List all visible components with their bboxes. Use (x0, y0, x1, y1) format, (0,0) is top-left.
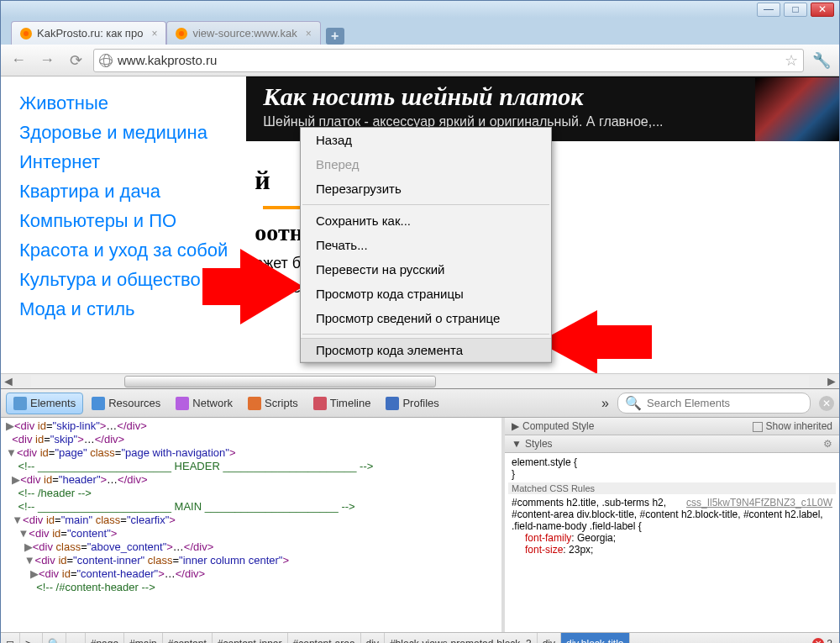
sidebar-link[interactable]: Здоровье и медицина (19, 122, 228, 144)
forward-button[interactable]: → (36, 50, 58, 71)
error-indicator[interactable]: ✕ 2 (812, 638, 832, 644)
ctx-view-source[interactable]: Просмотр кода страницы (301, 282, 551, 306)
crumb-item[interactable]: #content-area (288, 633, 361, 643)
browser-tab[interactable]: view-source:www.kak × (166, 21, 320, 45)
ctx-save-as[interactable]: Сохранить как... (301, 208, 551, 233)
crumb-item[interactable]: #content (163, 633, 213, 643)
gear-icon[interactable]: ⚙ (823, 438, 832, 450)
devtools-breadcrumb: ◻ >_ 🔍 ... #page #main #content #content… (1, 632, 839, 643)
category-sidebar: Животные Здоровье и медицина Интернет Кв… (1, 76, 246, 373)
ctx-forward: Вперед (301, 152, 551, 177)
sidebar-link[interactable]: Интернет (19, 151, 228, 173)
hero-title: Как носить шейный платок (263, 82, 822, 111)
ctx-back[interactable]: Назад (301, 128, 551, 152)
tab-title: KakProsto.ru: как про (37, 27, 143, 40)
profiles-icon (386, 397, 399, 410)
window-maximize-button[interactable]: □ (784, 3, 807, 17)
tab-close-icon[interactable]: × (306, 28, 312, 40)
devtools-tab-timeline[interactable]: Timeline (307, 393, 378, 414)
browser-window: — □ ✕ KakProsto.ru: как про × view-sourc… (0, 0, 840, 643)
crumb-item[interactable]: #content-inner (213, 633, 288, 643)
resources-icon (92, 397, 105, 410)
hero-image (755, 77, 839, 141)
elements-icon (13, 397, 27, 410)
window-minimize-button[interactable]: — (757, 3, 780, 17)
scroll-thumb[interactable] (124, 376, 435, 387)
devtools-styles-pane: ▶Computed Style Show inherited ▼Styles ⚙… (505, 418, 839, 632)
crumb-more[interactable]: ... (66, 633, 86, 643)
scroll-left-icon[interactable]: ◄ (1, 374, 16, 389)
sidebar-link[interactable]: Животные (19, 92, 228, 114)
favicon-icon (20, 28, 32, 40)
sidebar-link[interactable]: Красота и уход за собой (19, 240, 228, 261)
timeline-icon (313, 397, 327, 410)
browser-toolbar: ← → ⟳ www.kakprosto.ru ☆ 🔧 (1, 45, 839, 76)
ctx-translate[interactable]: Перевести на русский (301, 257, 551, 282)
context-menu: Назад Вперед Перезагрузить Сохранить как… (300, 127, 552, 363)
reload-button[interactable]: ⟳ (65, 50, 87, 71)
devtools-tab-resources[interactable]: Resources (85, 393, 167, 414)
devtools-panel: Elements Resources Network Scripts Timel… (1, 388, 839, 632)
sidebar-link[interactable]: Компьютеры и ПО (19, 210, 228, 232)
tab-strip: KakProsto.ru: как про × view-source:www.… (1, 18, 839, 45)
devtools-tab-network[interactable]: Network (169, 393, 239, 414)
devtools-dom-tree[interactable]: ▶<div id="skip-link">…</div> <div id="sk… (1, 418, 505, 632)
computed-style-header[interactable]: ▶Computed Style Show inherited (505, 418, 839, 435)
wrench-menu-button[interactable]: 🔧 (811, 50, 832, 71)
devtools-tab-scripts[interactable]: Scripts (241, 393, 305, 414)
globe-icon (99, 54, 113, 67)
ctx-view-info[interactable]: Просмотр сведений о странице (301, 306, 551, 330)
page-viewport: Животные Здоровье и медицина Интернет Кв… (1, 76, 839, 373)
ctx-print[interactable]: Печать... (301, 233, 551, 257)
css-source-link[interactable]: css_Il5kwT9N4FfZBNZ3_c1L0W (686, 497, 832, 509)
new-tab-button[interactable]: + (326, 28, 344, 45)
dock-button[interactable]: ◻ (1, 633, 20, 643)
horizontal-scrollbar[interactable]: ◄ ► (1, 373, 839, 388)
devtools-tab-elements[interactable]: Elements (6, 393, 83, 414)
address-bar[interactable]: www.kakprosto.ru ☆ (93, 49, 804, 72)
url-text: www.kakprosto.ru (118, 53, 780, 67)
devtools-tabbar: Elements Resources Network Scripts Timel… (1, 389, 839, 418)
scripts-icon (248, 397, 261, 410)
window-titlebar: — □ ✕ (1, 1, 839, 18)
styles-content[interactable]: element.style { } Matched CSS Rules css_… (505, 453, 839, 559)
search-toggle-button[interactable]: 🔍 (43, 633, 66, 643)
devtools-overflow-button[interactable]: » (601, 396, 609, 411)
ctx-reload[interactable]: Перезагрузить (301, 177, 551, 201)
sidebar-link[interactable]: Квартира и дача (19, 181, 228, 203)
ctx-separator (302, 334, 549, 335)
crumb-item[interactable]: div (361, 633, 385, 643)
bookmark-star-icon[interactable]: ☆ (785, 51, 798, 70)
crumb-item[interactable]: #block-views-promoted-block_3 (385, 633, 538, 643)
show-inherited-checkbox[interactable] (753, 422, 763, 432)
devtools-search[interactable]: 🔍 (617, 393, 811, 414)
console-toggle-button[interactable]: >_ (20, 633, 43, 643)
crumb-item[interactable]: #page (86, 633, 124, 643)
tab-close-icon[interactable]: × (151, 28, 157, 40)
crumb-item[interactable]: div (538, 633, 561, 643)
crumb-item-selected[interactable]: div.block-title (561, 633, 629, 643)
scroll-track[interactable] (31, 376, 809, 387)
favicon-icon (176, 28, 187, 40)
tab-title: view-source:www.kak (192, 27, 297, 40)
network-icon (176, 397, 189, 410)
sidebar-link[interactable]: Культура и общество (19, 269, 228, 291)
window-close-button[interactable]: ✕ (811, 3, 834, 17)
browser-tab-active[interactable]: KakProsto.ru: как про × (11, 21, 166, 45)
devtools-tab-profiles[interactable]: Profiles (379, 393, 445, 414)
ctx-separator (302, 204, 549, 205)
devtools-search-input[interactable] (647, 397, 790, 409)
back-button[interactable]: ← (8, 50, 29, 71)
scroll-right-icon[interactable]: ► (824, 374, 839, 389)
sidebar-link[interactable]: Мода и стиль (19, 298, 228, 320)
search-icon: 🔍 (625, 395, 642, 411)
devtools-close-button[interactable]: ✕ (819, 396, 834, 411)
ctx-inspect-element[interactable]: Просмотр кода элемента (301, 338, 551, 362)
error-icon: ✕ (812, 638, 824, 644)
styles-header[interactable]: ▼Styles ⚙ (505, 435, 839, 453)
matched-rules-header: Matched CSS Rules (508, 482, 836, 494)
crumb-item[interactable]: #main (124, 633, 163, 643)
